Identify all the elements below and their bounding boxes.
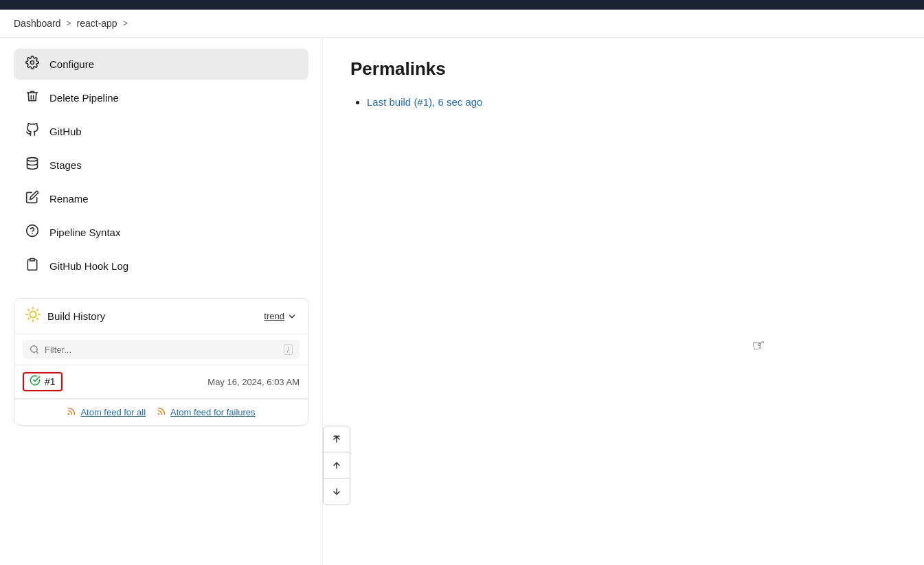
breadcrumb-dashboard[interactable]: Dashboard <box>14 18 61 29</box>
svg-point-0 <box>31 61 34 65</box>
sidebar-item-configure-label: Configure <box>49 58 94 70</box>
svg-line-15 <box>36 351 38 354</box>
main-layout: Configure Delete Pipeline GitHub <box>0 38 924 564</box>
svg-line-8 <box>28 310 29 310</box>
sidebar-item-configure[interactable]: Configure <box>14 49 308 80</box>
table-row[interactable]: #1 May 16, 2024, 6:03 AM <box>14 365 308 399</box>
page-title: Permalinks <box>350 58 897 80</box>
svg-rect-4 <box>30 259 35 261</box>
atom-feed-failures-label: Atom feed for failures <box>170 407 256 417</box>
trash-icon <box>25 89 40 106</box>
sidebar-item-github[interactable]: GitHub <box>14 116 308 147</box>
scroll-up-button[interactable] <box>324 452 350 478</box>
filter-shortcut: / <box>284 344 293 355</box>
stages-icon <box>25 157 40 174</box>
filter-input[interactable] <box>45 345 278 355</box>
breadcrumb-sep-1: > <box>67 19 71 28</box>
breadcrumb-react-app[interactable]: react-app <box>77 18 117 29</box>
permalink-list: Last build (#1), 6 sec ago <box>350 96 897 108</box>
filter-input-wrap: / <box>23 340 300 359</box>
sidebar-item-rename-label: Rename <box>49 193 89 205</box>
sun-icon <box>25 307 41 325</box>
trend-button[interactable]: trend <box>264 311 297 321</box>
help-circle-icon <box>25 224 40 241</box>
gear-icon <box>25 56 40 73</box>
list-item: Last build (#1), 6 sec ago <box>367 96 897 108</box>
build-number-wrap: #1 <box>23 372 63 391</box>
sidebar-item-github-hook-log[interactable]: GitHub Hook Log <box>14 251 308 281</box>
scroll-top-button[interactable] <box>324 426 350 452</box>
sidebar-item-stages[interactable]: Stages <box>14 150 308 181</box>
github-icon <box>25 123 40 140</box>
atom-feed-all-link[interactable]: Atom feed for all <box>67 406 146 418</box>
build-list: #1 May 16, 2024, 6:03 AM <box>14 365 308 399</box>
clipboard-icon <box>25 257 40 275</box>
build-number-box: #1 <box>23 372 63 391</box>
atom-feed-all-label: Atom feed for all <box>80 407 146 417</box>
svg-line-9 <box>37 319 38 319</box>
build-history-left: Build History <box>25 307 105 325</box>
svg-point-5 <box>30 311 36 317</box>
sidebar-item-github-hook-log-label: GitHub Hook Log <box>49 260 128 272</box>
build-date: May 16, 2024, 6:03 AM <box>207 377 300 387</box>
top-bar <box>0 0 924 10</box>
sidebar-item-delete-pipeline-label: Delete Pipeline <box>49 92 119 104</box>
search-icon <box>30 345 39 354</box>
sidebar-item-rename[interactable]: Rename <box>14 183 308 214</box>
breadcrumb: Dashboard > react-app > <box>0 10 924 38</box>
scroll-controls <box>323 426 350 505</box>
sidebar-item-pipeline-syntax[interactable]: Pipeline Syntax <box>14 217 308 248</box>
atom-feed-failures-link[interactable]: Atom feed for failures <box>157 406 256 418</box>
svg-point-1 <box>27 158 38 161</box>
last-build-link[interactable]: Last build (#1), 6 sec ago <box>367 96 482 108</box>
scroll-down-button[interactable] <box>324 478 350 505</box>
content-area: Permalinks Last build (#1), 6 sec ago <box>323 38 924 564</box>
pencil-icon <box>25 190 40 207</box>
check-circle-icon <box>30 375 41 389</box>
filter-row: / <box>14 334 308 365</box>
build-number[interactable]: #1 <box>45 376 56 387</box>
svg-line-13 <box>37 310 38 310</box>
svg-point-17 <box>158 414 159 415</box>
breadcrumb-sep-2: > <box>123 19 128 28</box>
trend-label: trend <box>264 311 284 321</box>
build-history-section: Build History trend / <box>14 298 308 426</box>
sidebar: Configure Delete Pipeline GitHub <box>0 38 323 564</box>
rss-failures-icon <box>157 406 166 418</box>
rss-all-icon <box>67 406 76 418</box>
svg-line-12 <box>28 319 29 319</box>
build-history-title: Build History <box>47 310 105 322</box>
sidebar-item-stages-label: Stages <box>49 159 82 171</box>
svg-point-16 <box>69 414 69 415</box>
sidebar-item-delete-pipeline[interactable]: Delete Pipeline <box>14 82 308 113</box>
build-history-header: Build History trend <box>14 299 308 334</box>
feed-links: Atom feed for all Atom feed for failures <box>14 399 308 425</box>
sidebar-item-pipeline-syntax-label: Pipeline Syntax <box>49 227 120 238</box>
sidebar-item-github-label: GitHub <box>49 126 82 137</box>
